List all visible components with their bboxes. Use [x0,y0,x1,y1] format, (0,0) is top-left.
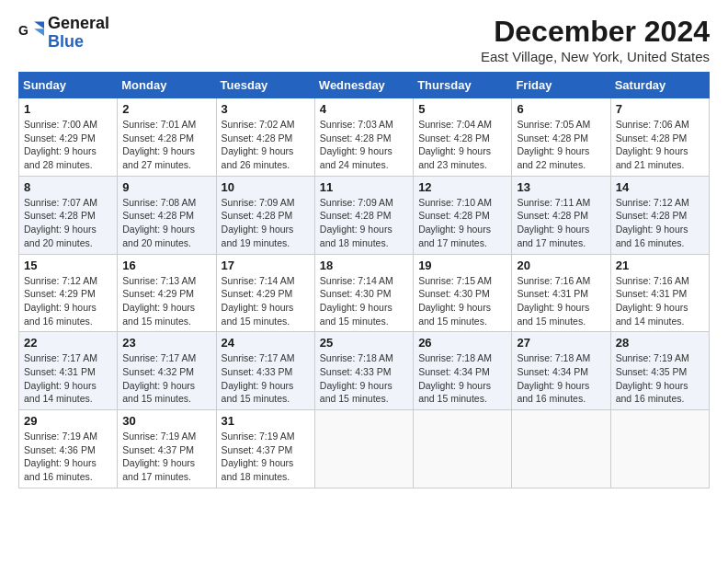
table-row: 24 Sunrise: 7:17 AM Sunset: 4:33 PM Dayl… [216,332,314,410]
day-info: Sunrise: 7:19 AM Sunset: 4:35 PM Dayligh… [616,351,704,406]
day-number: 14 [616,180,704,194]
col-saturday: Saturday [610,73,709,98]
day-info: Sunrise: 7:18 AM Sunset: 4:33 PM Dayligh… [320,351,408,406]
table-row [512,410,610,488]
day-number: 25 [320,336,408,350]
table-row: 27 Sunrise: 7:18 AM Sunset: 4:34 PM Dayl… [512,332,610,410]
table-row: 22 Sunrise: 7:17 AM Sunset: 4:31 PM Dayl… [19,332,118,410]
table-row [314,410,413,488]
day-info: Sunrise: 7:00 AM Sunset: 4:29 PM Dayligh… [24,118,112,172]
day-info: Sunrise: 7:17 AM Sunset: 4:32 PM Dayligh… [122,351,210,406]
day-info: Sunrise: 7:08 AM Sunset: 4:28 PM Dayligh… [122,196,210,250]
day-info: Sunrise: 7:19 AM Sunset: 4:37 PM Dayligh… [122,430,210,484]
calendar-header: Sunday Monday Tuesday Wednesday Thursday… [19,73,710,98]
day-number: 30 [122,414,210,428]
day-number: 17 [222,259,310,272]
table-row [414,410,512,488]
col-wednesday: Wednesday [314,73,413,98]
day-info: Sunrise: 7:18 AM Sunset: 4:34 PM Dayligh… [418,351,506,406]
page-title: December 2024 [481,15,710,49]
day-info: Sunrise: 7:19 AM Sunset: 4:36 PM Dayligh… [24,430,112,484]
day-info: Sunrise: 7:12 AM Sunset: 4:29 PM Dayligh… [24,274,112,328]
day-info: Sunrise: 7:03 AM Sunset: 4:28 PM Dayligh… [320,118,408,172]
day-number: 23 [122,336,210,350]
day-info: Sunrise: 7:09 AM Sunset: 4:28 PM Dayligh… [222,196,310,250]
day-number: 29 [24,414,112,428]
table-row: 11 Sunrise: 7:09 AM Sunset: 4:28 PM Dayl… [314,176,413,254]
day-number: 26 [418,336,506,350]
table-row: 19 Sunrise: 7:15 AM Sunset: 4:30 PM Dayl… [414,254,512,332]
day-info: Sunrise: 7:17 AM Sunset: 4:31 PM Dayligh… [24,351,112,406]
table-row: 6 Sunrise: 7:05 AM Sunset: 4:28 PM Dayli… [512,98,610,177]
day-number: 7 [616,102,704,116]
table-row: 1 Sunrise: 7:00 AM Sunset: 4:29 PM Dayli… [19,98,118,177]
logo-text: GeneralBlue [48,15,109,52]
svg-marker-3 [34,29,44,36]
calendar-week-1: 1 Sunrise: 7:00 AM Sunset: 4:29 PM Dayli… [19,98,710,177]
table-row: 28 Sunrise: 7:19 AM Sunset: 4:35 PM Dayl… [610,332,709,410]
table-row: 8 Sunrise: 7:07 AM Sunset: 4:28 PM Dayli… [19,176,118,254]
day-number: 4 [320,102,408,116]
table-row: 31 Sunrise: 7:19 AM Sunset: 4:37 PM Dayl… [216,410,314,488]
table-row: 15 Sunrise: 7:12 AM Sunset: 4:29 PM Dayl… [19,254,118,332]
col-sunday: Sunday [19,73,118,98]
day-number: 8 [24,180,112,194]
day-info: Sunrise: 7:16 AM Sunset: 4:31 PM Dayligh… [616,274,704,328]
day-number: 16 [122,259,210,272]
day-number: 20 [517,259,605,272]
svg-marker-2 [34,21,44,29]
day-number: 10 [222,180,310,194]
header-row: Sunday Monday Tuesday Wednesday Thursday… [19,73,710,98]
day-number: 22 [24,336,112,350]
svg-text:G: G [18,22,28,37]
day-info: Sunrise: 7:15 AM Sunset: 4:30 PM Dayligh… [418,274,506,328]
table-row: 16 Sunrise: 7:13 AM Sunset: 4:29 PM Dayl… [118,254,216,332]
table-row: 10 Sunrise: 7:09 AM Sunset: 4:28 PM Dayl… [216,176,314,254]
calendar-table: Sunday Monday Tuesday Wednesday Thursday… [18,72,710,488]
title-area: December 2024 East Village, New York, Un… [481,15,710,64]
col-tuesday: Tuesday [216,73,314,98]
table-row: 26 Sunrise: 7:18 AM Sunset: 4:34 PM Dayl… [414,332,512,410]
day-info: Sunrise: 7:05 AM Sunset: 4:28 PM Dayligh… [517,118,605,172]
calendar-week-5: 29 Sunrise: 7:19 AM Sunset: 4:36 PM Dayl… [19,410,710,488]
col-friday: Friday [512,73,610,98]
day-number: 12 [418,180,506,194]
day-info: Sunrise: 7:10 AM Sunset: 4:28 PM Dayligh… [418,196,506,250]
day-number: 18 [320,259,408,272]
day-number: 15 [24,259,112,272]
day-info: Sunrise: 7:02 AM Sunset: 4:28 PM Dayligh… [222,118,310,172]
day-info: Sunrise: 7:07 AM Sunset: 4:28 PM Dayligh… [24,196,112,250]
day-info: Sunrise: 7:09 AM Sunset: 4:28 PM Dayligh… [320,196,408,250]
day-number: 24 [222,336,310,350]
table-row [610,410,709,488]
table-row: 12 Sunrise: 7:10 AM Sunset: 4:28 PM Dayl… [414,176,512,254]
day-info: Sunrise: 7:11 AM Sunset: 4:28 PM Dayligh… [517,196,605,250]
day-info: Sunrise: 7:16 AM Sunset: 4:31 PM Dayligh… [517,274,605,328]
table-row: 21 Sunrise: 7:16 AM Sunset: 4:31 PM Dayl… [610,254,709,332]
day-info: Sunrise: 7:17 AM Sunset: 4:33 PM Dayligh… [222,351,310,406]
page-subtitle: East Village, New York, United States [481,49,710,64]
day-number: 28 [616,336,704,350]
day-number: 3 [222,102,310,116]
day-info: Sunrise: 7:14 AM Sunset: 4:30 PM Dayligh… [320,274,408,328]
calendar-week-3: 15 Sunrise: 7:12 AM Sunset: 4:29 PM Dayl… [19,254,710,332]
header: G GeneralBlue December 2024 East Village… [18,15,710,64]
calendar-body: 1 Sunrise: 7:00 AM Sunset: 4:29 PM Dayli… [19,98,710,488]
table-row: 25 Sunrise: 7:18 AM Sunset: 4:33 PM Dayl… [314,332,413,410]
day-info: Sunrise: 7:04 AM Sunset: 4:28 PM Dayligh… [418,118,506,172]
table-row: 7 Sunrise: 7:06 AM Sunset: 4:28 PM Dayli… [610,98,709,177]
table-row: 29 Sunrise: 7:19 AM Sunset: 4:36 PM Dayl… [19,410,118,488]
table-row: 18 Sunrise: 7:14 AM Sunset: 4:30 PM Dayl… [314,254,413,332]
day-info: Sunrise: 7:14 AM Sunset: 4:29 PM Dayligh… [222,274,310,328]
day-info: Sunrise: 7:01 AM Sunset: 4:28 PM Dayligh… [122,118,210,172]
day-number: 2 [122,102,210,116]
day-number: 13 [517,180,605,194]
day-info: Sunrise: 7:12 AM Sunset: 4:28 PM Dayligh… [616,196,704,250]
day-number: 27 [517,336,605,350]
day-info: Sunrise: 7:06 AM Sunset: 4:28 PM Dayligh… [616,118,704,172]
day-number: 11 [320,180,408,194]
logo-icon: G [18,20,44,46]
table-row: 4 Sunrise: 7:03 AM Sunset: 4:28 PM Dayli… [314,98,413,177]
table-row: 13 Sunrise: 7:11 AM Sunset: 4:28 PM Dayl… [512,176,610,254]
logo: G GeneralBlue [18,15,109,52]
